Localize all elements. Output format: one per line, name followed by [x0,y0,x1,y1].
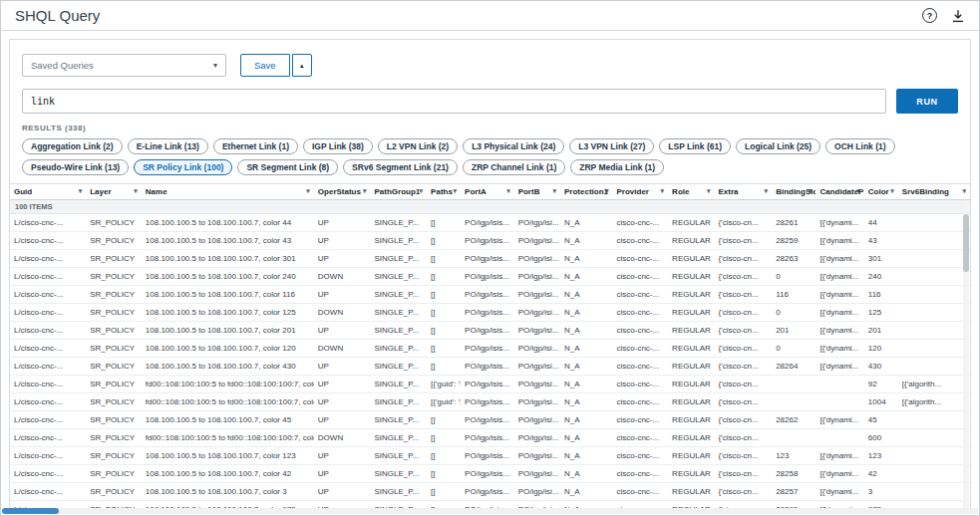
filter-chip-e-line-link-13[interactable]: E-Line Link (13) [128,138,208,154]
column-header-porta[interactable]: ▾PortA [461,184,514,200]
column-header-srv6binding[interactable]: ▾Srv6Binding [898,184,970,200]
table-row[interactable]: L/cisco-cnc-...SR_POLICY108.100.100.5 to… [10,250,970,268]
cell-porta: PO/igp/isis... [461,411,514,429]
column-header-protection[interactable]: ▾Protection1 [560,184,613,200]
horizontal-scrollbar[interactable] [2,508,978,514]
table-row[interactable]: L/cisco-cnc-...SR_POLICYfd00::108:100:10… [10,429,970,447]
shql-query-page: SHQL Query ? Saved Queries ▾ Save ▴ [0,0,980,516]
column-header-role[interactable]: ▾Role [668,184,714,200]
cell-operstatus: DOWN [314,268,371,286]
filter-chip-aggregation-link-2[interactable]: Aggregation Link (2) [22,138,123,154]
column-header-layer[interactable]: ▾Layer [86,184,142,200]
cell-color: 116 [864,286,898,304]
download-icon[interactable] [951,9,965,23]
column-header-guid[interactable]: ▾Guid [10,184,86,200]
cell-operstatus: UP [314,322,371,340]
cell-operstatus: DOWN [314,429,371,447]
table-row[interactable]: L/cisco-cnc-...SR_POLICY108.100.100.5 to… [10,304,970,322]
cell-portb: PO/igp/isi... [514,286,560,304]
cell-portb: PO/igp/isi... [514,340,560,358]
cell-provider: cisco-cnc-... [613,465,669,483]
cell-portb: PO/igp/isi... [514,250,560,268]
filter-chip-zrp-channel-link-1[interactable]: ZRP Channel Link (1) [463,159,565,175]
saved-queries-select[interactable]: Saved Queries ▾ [22,54,226,77]
cell-porta: PO/igp/isis... [461,393,514,411]
cell-role: REGULAR [668,393,714,411]
column-header-bindingsid[interactable]: ▾BindingSid [772,184,816,200]
cell-bindingsid: 28261 [772,214,816,232]
query-input[interactable] [22,89,886,114]
cell-color: 600 [864,429,898,447]
table-row[interactable]: L/cisco-cnc-...SR_POLICYfd00::108:100:10… [10,393,970,411]
table-row[interactable]: L/cisco-cnc-...SR_POLICY108.100.100.5 to… [10,358,970,376]
run-button[interactable]: RUN [896,89,958,114]
help-icon[interactable]: ? [922,8,937,23]
column-header-pathgroup[interactable]: ▾PathGroup1 [370,184,427,200]
filter-chip-logical-link-25[interactable]: Logical Link (25) [736,138,820,154]
table-row[interactable]: L/cisco-cnc-...SR_POLICY108.100.100.5 to… [10,268,970,286]
cell-portb: PO/igp/isi... [514,429,560,447]
column-label: Role [672,187,689,196]
vertical-scrollbar[interactable] [963,200,969,509]
filter-chip-l3-vpn-link-27[interactable]: L3 VPN Link (27) [569,138,654,154]
filter-chip-och-link-1[interactable]: OCH Link (1) [825,138,894,154]
table-row[interactable]: L/cisco-cnc-...SR_POLICYfd00::108:100:10… [10,376,970,393]
cell-portb: PO/igp/isi... [514,268,560,286]
filter-chip-l3-physical-link-24[interactable]: L3 Physical Link (24) [463,138,564,154]
cell-role: REGULAR [668,304,714,322]
filter-chip-zrp-media-link-1[interactable]: ZRP Media Link (1) [570,159,664,175]
saved-queries-label: Saved Queries [31,60,94,71]
cell-porta: PO/igp/isis... [461,268,514,286]
cell-provider: cisco-cnc-... [613,429,669,447]
cell-candidatep: [{'dynami... [816,250,863,268]
chevron-down-icon: ▾ [765,187,769,195]
column-header-operstatus[interactable]: ▾OperStatus [314,184,371,200]
save-button[interactable]: Save [240,54,290,77]
column-header-portb[interactable]: ▾PortB [514,184,560,200]
table-row[interactable]: L/cisco-cnc-...SR_POLICY108.100.100.5 to… [10,232,970,250]
cell-bindingsid: 0 [772,268,816,286]
table-row[interactable]: L/cisco-cnc-...SR_POLICY108.100.100.5 to… [10,447,970,465]
cell-layer: SR_POLICY [86,483,142,501]
cell-bindingsid: 28262 [772,411,816,429]
column-header-name[interactable]: ▾Name [142,184,314,200]
cell-extra: {'cisco-cn... [714,358,772,376]
column-header-paths[interactable]: ▾Paths [427,184,461,200]
filter-chip-sr-segment-link-8[interactable]: SR Segment Link (8) [237,159,338,175]
cell-portb: PO/igp/isi... [514,232,560,250]
cell-operstatus: UP [314,393,371,411]
filter-chip-pseudo-wire-link-13[interactable]: Pseudo-Wire Link (13) [22,159,129,175]
table-row[interactable]: L/cisco-cnc-...SR_POLICY108.100.100.5 to… [10,286,970,304]
cell-color: 240 [864,268,898,286]
table-row[interactable]: L/cisco-cnc-...SR_POLICY108.100.100.5 to… [10,483,970,501]
filter-chip-srv6-segment-link-21[interactable]: SRv6 Segment Link (21) [343,159,458,175]
table-row[interactable]: L/cisco-cnc-...SR_POLICY108.100.100.5 to… [10,214,970,232]
filter-chip-l2-vpn-link-2[interactable]: L2 VPN Link (2) [378,138,458,154]
cell-guid: L/cisco-cnc-... [10,322,86,340]
scrollbar-thumb[interactable] [963,214,969,272]
filter-chip-sr-policy-link-100[interactable]: SR Policy Link (100) [134,159,232,175]
table-row[interactable]: L/cisco-cnc-...SR_POLICY108.100.100.5 to… [10,340,970,358]
column-header-extra[interactable]: ▾Extra [714,184,772,200]
cell-layer: SR_POLICY [86,411,142,429]
table-row[interactable]: L/cisco-cnc-...SR_POLICY108.100.100.5 to… [10,465,970,483]
column-header-color[interactable]: ▾Color [864,184,898,200]
cell-layer: SR_POLICY [86,322,142,340]
filter-chip-lsp-link-61[interactable]: LSP Link (61) [659,138,731,154]
cell-layer: SR_POLICY [86,214,142,232]
cell-porta: PO/igp/isis... [461,376,514,393]
filter-chip-ethernet-link-1[interactable]: Ethernet Link (1) [213,138,298,154]
cell-bindingsid [772,376,816,393]
filter-chip-igp-link-38[interactable]: IGP Link (38) [303,138,373,154]
scrollbar-thumb[interactable] [2,508,59,514]
cell-candidatep: [{'dynami... [816,447,863,465]
cell-pathgroup: SINGLE_P... [370,358,427,376]
save-menu-button[interactable]: ▴ [292,54,312,77]
cell-operstatus: UP [314,447,371,465]
cell-paths: [] [427,483,461,501]
table-row[interactable]: L/cisco-cnc-...SR_POLICY108.100.100.5 to… [10,411,970,429]
column-header-provider[interactable]: ▾Provider [613,184,669,200]
cell-role: REGULAR [668,465,714,483]
column-header-candidatep[interactable]: ▾CandidateP [816,184,863,200]
table-row[interactable]: L/cisco-cnc-...SR_POLICY108.100.100.5 to… [10,322,970,340]
